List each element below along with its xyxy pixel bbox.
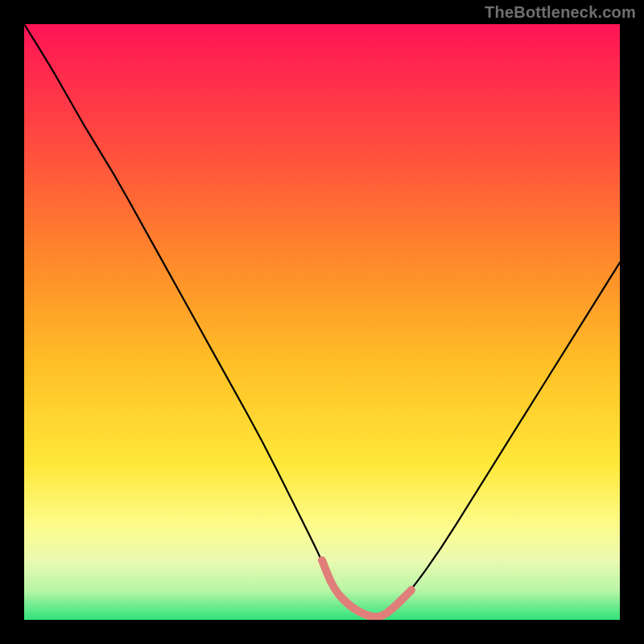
watermark-text: TheBottleneck.com	[485, 3, 636, 22]
bottleneck-plot	[24, 24, 620, 620]
gradient-background	[24, 24, 620, 620]
chart-stage: TheBottleneck.com	[0, 0, 644, 644]
plot-svg	[24, 24, 620, 620]
